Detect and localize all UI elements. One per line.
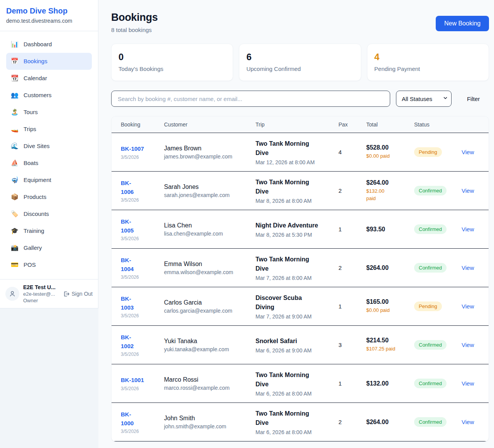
booking-id-link[interactable]: BK- 1004 bbox=[121, 256, 134, 274]
sidebar-item-icon: 👥 bbox=[11, 91, 19, 100]
view-link[interactable]: View bbox=[462, 380, 474, 387]
trip-name: Two Tank Morning Dive bbox=[255, 178, 333, 196]
trip-name: Two Tank Morning Dive bbox=[255, 409, 333, 428]
table-header-row: BookingCustomerTripPaxTotalStatus bbox=[112, 116, 489, 133]
total-amount: $214.50 bbox=[366, 337, 409, 344]
sidebar-item[interactable]: 🏝️ Tours bbox=[6, 104, 92, 121]
customer-email: yuki.tanaka@example.com bbox=[164, 346, 250, 352]
stat-card: 0 Today's Bookings bbox=[111, 44, 233, 81]
trip-name: Discover Scuba Diving bbox=[255, 293, 333, 312]
sidebar-item-icon: 📊 bbox=[11, 40, 19, 49]
view-link[interactable]: View bbox=[462, 419, 474, 425]
booking-id-link[interactable]: BK-1007 bbox=[121, 144, 144, 153]
sidebar-item[interactable]: ⛵ Boats bbox=[6, 155, 92, 172]
status-badge: Confirmed bbox=[414, 224, 447, 234]
sidebar-item-label: POS bbox=[24, 260, 36, 269]
sidebar-item-label: Dive Sites bbox=[24, 141, 50, 151]
sidebar-item-label: Customers bbox=[24, 91, 52, 100]
stat-card: 4 Pending Payment bbox=[367, 44, 489, 81]
view-link[interactable]: View bbox=[462, 264, 474, 271]
sidebar-item[interactable]: 🤿 Equipment bbox=[6, 172, 92, 189]
booking-id-link[interactable]: BK- 1002 bbox=[121, 333, 134, 351]
sidebar-item-icon: 🏝️ bbox=[11, 108, 19, 117]
sidebar-item[interactable]: 📆 Calendar bbox=[6, 70, 92, 87]
sidebar-item-icon: ⛵ bbox=[11, 158, 19, 168]
paid-amount: $107.25 paid bbox=[366, 345, 409, 353]
status-badge: Pending bbox=[414, 301, 442, 311]
view-link[interactable]: View bbox=[462, 303, 474, 310]
actions-cell: View bbox=[462, 264, 479, 271]
trip-datetime: Mar 8, 2026 at 5:30 PM bbox=[255, 232, 333, 238]
table-row: BK-1007 3/5/2026 James Brown james.brown… bbox=[112, 133, 489, 172]
filter-button[interactable]: Filter bbox=[458, 91, 489, 107]
booking-id-link[interactable]: BK- 1000 bbox=[121, 410, 134, 428]
booking-date: 3/5/2026 bbox=[121, 236, 159, 241]
booking-id-link[interactable]: BK-1001 bbox=[121, 376, 144, 384]
sidebar-item[interactable]: 👥 Customers bbox=[6, 87, 92, 104]
sidebar-item-label: Products bbox=[24, 192, 46, 202]
booking-id-link[interactable]: BK- 1005 bbox=[121, 217, 134, 235]
total-amount: $264.00 bbox=[366, 179, 409, 186]
view-link[interactable]: View bbox=[462, 149, 474, 155]
sidebar-item[interactable]: 📅 Bookings bbox=[6, 53, 92, 70]
sidebar-item[interactable]: 📦 Products bbox=[6, 189, 92, 205]
sidebar-item[interactable]: 🏷️ Discounts bbox=[6, 205, 92, 222]
sign-out-label: Sign Out bbox=[72, 291, 93, 297]
trip-datetime: Mar 7, 2026 at 9:00 AM bbox=[255, 313, 333, 320]
booking-cell: BK-1007 3/5/2026 bbox=[121, 144, 164, 160]
booking-id-link[interactable]: BK- 1006 bbox=[121, 179, 134, 197]
customer-email: john.smith@example.com bbox=[164, 423, 250, 429]
actions-cell: View bbox=[462, 380, 479, 387]
status-badge: Confirmed bbox=[414, 379, 447, 388]
sidebar-item[interactable]: 🎓 Training bbox=[6, 222, 92, 239]
total-amount: $264.00 bbox=[366, 419, 409, 426]
table-row: BK- 1006 3/5/2026 Sarah Jones sarah.jone… bbox=[112, 172, 489, 210]
customer-email: sarah.jones@example.com bbox=[164, 192, 250, 198]
total-amount: $264.00 bbox=[366, 264, 409, 271]
total-cell: $528.00 $0.00 paid bbox=[366, 144, 414, 160]
total-amount: $165.00 bbox=[366, 298, 409, 305]
stat-label: Today's Bookings bbox=[118, 66, 226, 72]
sidebar-item[interactable]: 📊 Dashboard bbox=[6, 36, 92, 53]
customer-name: Yuki Tanaka bbox=[164, 338, 250, 345]
booking-date: 3/5/2026 bbox=[121, 155, 159, 160]
sidebar-nav: 📊 Dashboard 📅 Bookings 📆 Calendar 👥 Cust… bbox=[0, 31, 98, 273]
actions-cell: View bbox=[462, 187, 479, 194]
status-filter-select[interactable]: All Statuses bbox=[396, 91, 452, 107]
total-cell: $93.50 bbox=[366, 226, 414, 233]
sidebar-item[interactable]: 🚤 Trips bbox=[6, 121, 92, 138]
view-link[interactable]: View bbox=[462, 226, 474, 232]
trip-datetime: Mar 7, 2026 at 8:00 AM bbox=[255, 275, 333, 281]
total-cell: $264.00 bbox=[366, 419, 414, 426]
stat-label: Upcoming Confirmed bbox=[246, 66, 354, 72]
pax-cell: 3 bbox=[338, 342, 366, 348]
sign-out-button[interactable]: Sign Out bbox=[63, 291, 93, 297]
trip-cell: Two Tank Morning Dive Mar 8, 2026 at 8:0… bbox=[255, 178, 338, 204]
status-cell: Pending bbox=[414, 301, 462, 311]
sidebar-item[interactable]: 💳 POS bbox=[6, 256, 92, 273]
trip-datetime: Mar 6, 2026 at 8:00 AM bbox=[255, 429, 333, 435]
view-link[interactable]: View bbox=[462, 187, 474, 194]
sidebar-item-label: Training bbox=[24, 226, 44, 236]
booking-id-link[interactable]: BK- 1003 bbox=[121, 294, 134, 312]
view-link[interactable]: View bbox=[462, 342, 474, 348]
sidebar: Demo Dive Shop demo.test.divestreams.com… bbox=[0, 0, 98, 448]
column-header: Pax bbox=[338, 121, 366, 128]
sidebar-item[interactable]: 📸 Gallery bbox=[6, 239, 92, 256]
stat-label: Pending Payment bbox=[374, 66, 482, 72]
status-cell: Confirmed bbox=[414, 186, 462, 195]
actions-cell: View bbox=[462, 342, 479, 349]
sign-out-icon bbox=[63, 291, 69, 297]
sidebar-item-label: Calendar bbox=[24, 74, 47, 83]
trip-cell: Two Tank Morning Dive Mar 7, 2026 at 8:0… bbox=[255, 255, 338, 281]
search-input[interactable] bbox=[111, 91, 390, 107]
total-amount: $528.00 bbox=[366, 144, 409, 151]
avatar bbox=[5, 287, 19, 301]
sidebar-item-icon: 🌊 bbox=[11, 141, 19, 151]
user-role: Owner bbox=[23, 298, 56, 303]
sidebar-item[interactable]: 🌊 Dive Sites bbox=[6, 138, 92, 155]
customer-name: Marco Rossi bbox=[164, 376, 250, 383]
new-booking-button[interactable]: New Booking bbox=[436, 16, 489, 31]
pax-cell: 1 bbox=[338, 226, 366, 232]
status-badge: Confirmed bbox=[414, 186, 447, 195]
